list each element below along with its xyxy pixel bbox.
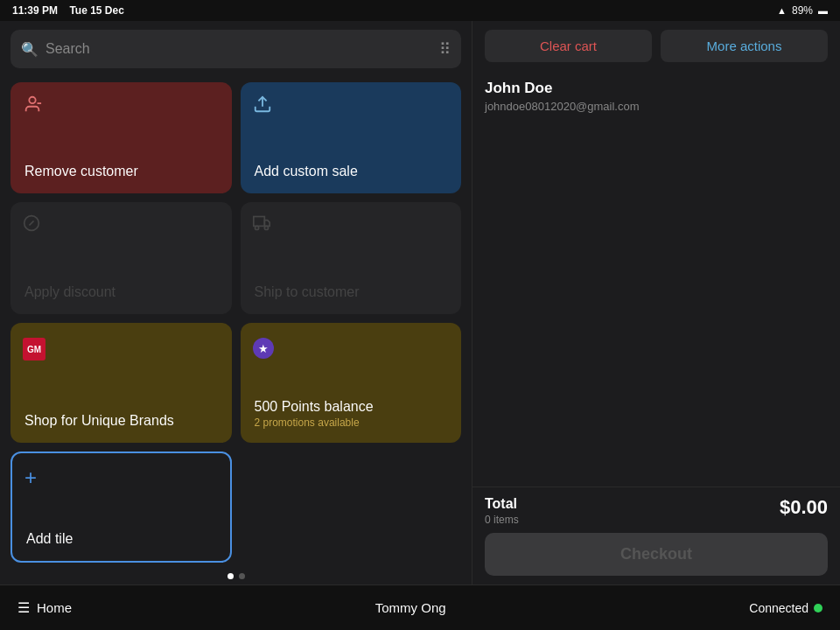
add-tile-label: Add tile — [26, 531, 216, 547]
tile-add[interactable]: + Add tile — [10, 452, 232, 563]
bottom-nav: ☰ Home Tommy Ong Connected — [0, 584, 840, 630]
tile-apply-discount[interactable]: Apply discount — [10, 202, 232, 313]
status-time-date: 11:39 PM Tue 15 Dec — [12, 4, 124, 17]
home-label: Home — [37, 600, 72, 615]
page-dot-2[interactable] — [239, 573, 245, 579]
points-sublabel: 2 promotions available — [255, 416, 448, 429]
customer-info: John Doe johndoe08012020@gmail.com — [472, 71, 840, 122]
connection-label: Connected — [749, 601, 808, 615]
search-bar[interactable]: 🔍 Search ⠿ — [10, 30, 461, 68]
status-time: 11:39 PM — [12, 4, 58, 17]
tile-add-custom-sale[interactable]: Add custom sale — [241, 82, 462, 193]
add-custom-sale-icon — [253, 94, 272, 119]
hamburger-icon: ☰ — [18, 599, 30, 616]
apply-discount-icon — [23, 214, 40, 237]
total-amount: $0.00 — [780, 496, 828, 519]
clear-cart-button[interactable]: Clear cart — [485, 30, 652, 62]
total-label: Total — [485, 496, 519, 512]
add-tile-icon: + — [24, 466, 37, 490]
search-input[interactable]: Search — [46, 41, 432, 57]
add-custom-sale-label: Add custom sale — [255, 164, 448, 179]
main-layout: 🔍 Search ⠿ Remove customer — [0, 21, 840, 584]
svg-point-7 — [255, 227, 258, 230]
connected-dot-icon — [814, 604, 822, 612]
page-dots — [0, 568, 472, 584]
remove-customer-icon — [23, 94, 42, 119]
total-section: Total 0 items $0.00 Checkout — [472, 486, 840, 584]
svg-marker-6 — [264, 220, 270, 227]
wifi-icon: ▲ — [777, 5, 787, 16]
svg-rect-5 — [253, 217, 264, 227]
remove-customer-label: Remove customer — [24, 164, 218, 179]
home-nav-item[interactable]: ☰ Home — [18, 599, 72, 616]
checkout-button: Checkout — [485, 533, 828, 576]
svg-point-0 — [29, 97, 35, 103]
user-name-display: Tommy Ong — [375, 600, 446, 615]
points-label: 500 Points balance — [255, 399, 448, 415]
connection-status: Connected — [749, 601, 822, 615]
left-panel: 🔍 Search ⠿ Remove customer — [0, 21, 472, 584]
shop-brands-icon: GM — [23, 335, 46, 361]
customer-email: johndoe08012020@gmail.com — [485, 100, 828, 113]
battery-icon: ▬ — [818, 5, 828, 16]
ship-to-customer-icon — [253, 214, 270, 237]
total-row: Total 0 items $0.00 — [485, 496, 828, 526]
tile-remove-customer[interactable]: Remove customer — [10, 82, 232, 193]
barcode-icon[interactable]: ⠿ — [439, 39, 451, 59]
page-dot-1[interactable] — [228, 573, 234, 579]
tile-shop-brands[interactable]: GM Shop for Unique Brands — [10, 323, 232, 443]
svg-line-4 — [30, 221, 34, 226]
right-panel: Clear cart More actions John Doe johndoe… — [472, 21, 840, 584]
cart-area — [472, 122, 840, 486]
total-items: 0 items — [485, 514, 519, 526]
svg-point-8 — [264, 227, 268, 230]
customer-name: John Doe — [485, 80, 828, 97]
ship-to-customer-label: Ship to customer — [255, 284, 448, 300]
total-info: Total 0 items — [485, 496, 519, 526]
tile-points-balance[interactable]: ★ 500 Points balance 2 promotions availa… — [241, 323, 462, 443]
status-date: Tue 15 Dec — [69, 4, 123, 17]
points-icon: ★ — [253, 335, 274, 360]
tile-ship-to-customer[interactable]: Ship to customer — [241, 202, 462, 313]
status-icons: ▲ 89% ▬ — [777, 4, 828, 17]
apply-discount-label: Apply discount — [24, 284, 218, 300]
shop-brands-label: Shop for Unique Brands — [24, 413, 218, 429]
battery-percent: 89% — [792, 4, 813, 17]
more-actions-button[interactable]: More actions — [661, 30, 828, 62]
status-bar: 11:39 PM Tue 15 Dec ▲ 89% ▬ — [0, 0, 840, 21]
search-icon: 🔍 — [21, 41, 38, 58]
action-buttons: Clear cart More actions — [472, 21, 840, 71]
tiles-grid: Remove customer Add custom sale — [0, 77, 472, 568]
